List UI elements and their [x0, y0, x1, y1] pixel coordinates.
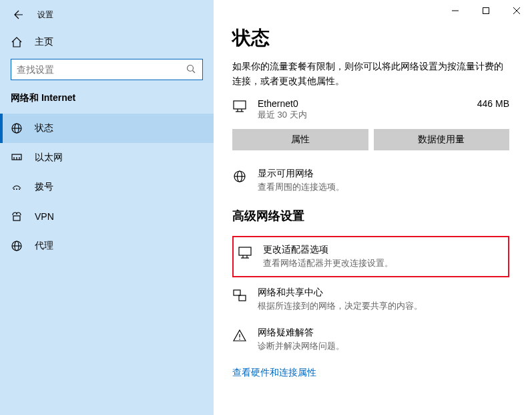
- ethernet-icon: [11, 152, 23, 164]
- sidebar-item-proxy[interactable]: 代理: [0, 231, 214, 261]
- option-title: 网络疑难解答: [258, 327, 344, 339]
- close-icon: [513, 7, 520, 14]
- svg-rect-31: [234, 290, 240, 295]
- sidebar-item-label: 以太网: [35, 152, 63, 164]
- option-sub: 查看周围的连接选项。: [258, 181, 344, 193]
- dialup-icon: [11, 181, 23, 193]
- svg-point-34: [239, 338, 240, 339]
- hardware-link[interactable]: 查看硬件和连接属性: [232, 367, 509, 379]
- back-button[interactable]: [8, 4, 29, 25]
- globe-icon: [232, 169, 248, 184]
- sidebar-item-label: 状态: [35, 122, 53, 134]
- sidebar-home-label: 主页: [35, 36, 53, 48]
- option-sub: 诊断并解决网络问题。: [258, 340, 344, 352]
- vpn-icon: [11, 211, 23, 223]
- maximize-icon: [483, 7, 489, 14]
- sidebar-item-label: 代理: [35, 240, 53, 252]
- arrow-left-icon: [13, 9, 24, 20]
- adapter-options[interactable]: 更改适配器选项 查看网络适配器并更改连接设置。: [232, 236, 509, 277]
- sidebar-section-header: 网络和 Internet: [0, 92, 214, 114]
- window-controls: [214, 0, 532, 21]
- option-title: 更改适配器选项: [263, 244, 393, 256]
- connection-usage: 446 MB: [477, 98, 509, 109]
- troubleshoot-option[interactable]: 网络疑难解答 诊断并解决网络问题。: [232, 327, 509, 352]
- show-networks-option[interactable]: 显示可用网络 查看周围的连接选项。: [232, 168, 509, 193]
- sidebar-item-ethernet[interactable]: 以太网: [0, 143, 214, 172]
- close-button[interactable]: [501, 0, 532, 21]
- svg-rect-12: [13, 216, 20, 221]
- svg-rect-32: [239, 295, 246, 301]
- minimize-icon: [452, 7, 459, 14]
- sidebar-item-dialup[interactable]: 拨号: [0, 172, 214, 202]
- svg-point-10: [16, 188, 17, 190]
- proxy-icon: [11, 240, 23, 252]
- option-sub: 根据所连接到的网络，决定要共享的内容。: [258, 300, 423, 312]
- home-icon: [11, 36, 23, 48]
- search-box[interactable]: [11, 59, 203, 80]
- connection-row: Ethernet0 最近 30 天内 446 MB: [232, 98, 509, 121]
- minimize-button[interactable]: [440, 0, 471, 21]
- option-title: 网络和共享中心: [258, 287, 423, 299]
- monitor-icon: [238, 245, 254, 260]
- svg-point-9: [13, 188, 15, 190]
- properties-button[interactable]: 属性: [232, 129, 368, 150]
- sidebar: 设置 主页 网络和 Internet 状态: [0, 0, 214, 415]
- svg-point-11: [19, 188, 20, 190]
- status-icon: [11, 122, 23, 134]
- svg-rect-17: [483, 8, 489, 14]
- svg-rect-20: [234, 101, 246, 109]
- search-icon: [186, 64, 197, 75]
- sharing-center-option[interactable]: 网络和共享中心 根据所连接到的网络，决定要共享的内容。: [232, 287, 509, 312]
- sidebar-home[interactable]: 主页: [0, 29, 214, 55]
- svg-line-1: [193, 71, 196, 74]
- svg-point-0: [188, 65, 194, 72]
- window-title: 设置: [37, 9, 53, 21]
- page-intro: 如果你的流量套餐有限制，则你可以将此网络设置为按流量计费的连接，或者更改其他属性…: [232, 59, 509, 89]
- connection-icon: [232, 98, 252, 116]
- option-sub: 查看网络适配器并更改连接设置。: [263, 257, 393, 269]
- page-heading: 状态: [232, 25, 509, 51]
- connection-name: Ethernet0: [258, 98, 477, 109]
- sharing-icon: [232, 288, 248, 303]
- search-input[interactable]: [17, 64, 186, 75]
- connection-sub: 最近 30 天内: [258, 109, 477, 121]
- sidebar-item-status[interactable]: 状态: [0, 114, 214, 143]
- warning-icon: [232, 328, 248, 343]
- sidebar-item-label: 拨号: [35, 181, 53, 193]
- maximize-button[interactable]: [471, 0, 501, 21]
- advanced-heading: 高级网络设置: [232, 208, 509, 224]
- option-title: 显示可用网络: [258, 168, 344, 180]
- data-usage-button[interactable]: 数据使用量: [374, 129, 510, 150]
- sidebar-item-label: VPN: [35, 211, 54, 222]
- sidebar-item-vpn[interactable]: VPN: [0, 202, 214, 231]
- svg-rect-27: [239, 247, 251, 255]
